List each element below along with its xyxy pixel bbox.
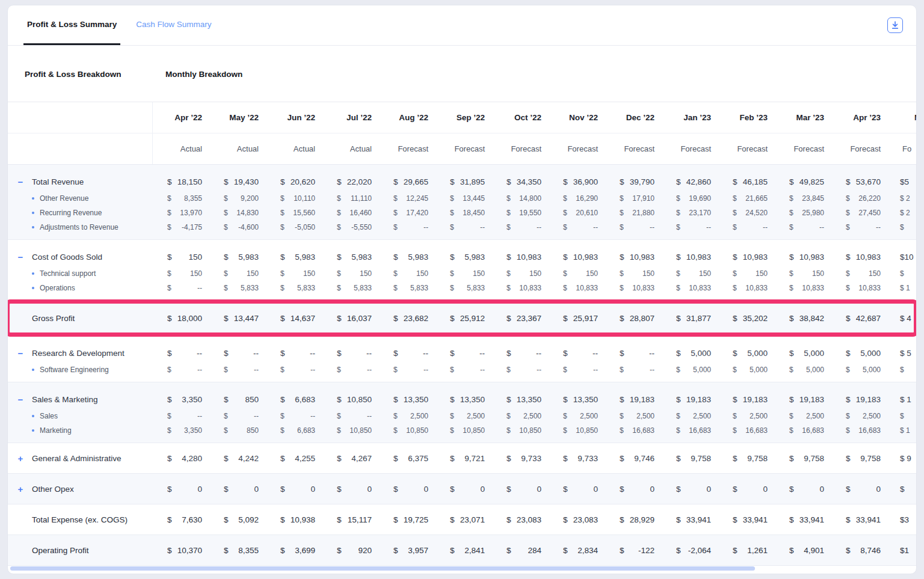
- value-box: $19,550: [507, 209, 541, 217]
- h-scrollbar-thumb[interactable]: [10, 566, 755, 571]
- value-box: $--: [563, 223, 598, 231]
- tab-cash-flow-summary[interactable]: Cash Flow Summary: [132, 5, 215, 45]
- value-number: 5,000: [691, 349, 711, 358]
- value-cell: $10,850: [379, 426, 436, 435]
- value-box: $8,355: [167, 194, 202, 203]
- value-number: 26,220: [858, 194, 881, 203]
- currency-symbol: $: [337, 546, 342, 555]
- row-label-cell: −Sales & Marketing: [8, 395, 153, 404]
- value-box: $10,983: [846, 253, 881, 262]
- value-box: $0: [280, 485, 315, 494]
- currency-symbol: $: [563, 454, 568, 463]
- value-box: $--: [450, 349, 485, 358]
- value-number: 16,683: [802, 426, 824, 435]
- value-box: $--: [224, 412, 259, 420]
- currency-symbol: $: [393, 209, 398, 217]
- currency-symbol: $: [846, 177, 851, 186]
- value-cell: $9,721: [436, 454, 492, 463]
- value-cell: $5,983: [436, 253, 492, 262]
- currency-symbol: $: [846, 426, 850, 435]
- value-number: 0: [819, 485, 824, 494]
- value-box: $23,682: [393, 314, 428, 323]
- currency-symbol: $: [733, 253, 738, 262]
- value-cell: $0: [492, 485, 549, 494]
- value-box: $33,941: [846, 515, 881, 524]
- value-cell: $18,150: [153, 177, 209, 186]
- value-cell: $35,202: [718, 314, 775, 323]
- collapse-icon[interactable]: −: [16, 253, 25, 262]
- value-cell: $-2,064: [662, 546, 718, 555]
- download-button[interactable]: [887, 17, 903, 33]
- tab-profit-loss-summary[interactable]: Profit & Loss Summary: [23, 5, 120, 45]
- value-number: 23,170: [689, 209, 711, 217]
- value-number: 25,917: [573, 314, 598, 323]
- value-box: $9,721: [450, 454, 485, 463]
- month-header-cell-partial: M: [888, 113, 916, 122]
- value-cell: $2,500: [492, 412, 549, 420]
- value-box: $0: [846, 485, 881, 494]
- value-fragment: $ 5: [900, 349, 911, 358]
- value-number: 16,683: [745, 426, 768, 435]
- collapse-icon[interactable]: −: [16, 177, 25, 186]
- value-box: $4,280: [167, 454, 202, 463]
- value-box: $--: [224, 366, 259, 374]
- expand-icon[interactable]: +: [16, 454, 25, 463]
- value-box: $19,183: [676, 395, 711, 404]
- value-cell: $13,445: [436, 194, 492, 203]
- value-box: $--: [393, 349, 428, 358]
- currency-symbol: $: [676, 485, 681, 494]
- value-box: $23,845: [789, 194, 824, 203]
- value-number: 10,850: [576, 426, 598, 435]
- value-cell: $5,000: [662, 349, 718, 358]
- value-box: $-122: [620, 546, 654, 555]
- value-cell: $--: [436, 223, 492, 231]
- value-cell: $10,983: [775, 253, 831, 262]
- value-box: $23,170: [676, 209, 711, 217]
- currency-symbol: $: [450, 223, 454, 231]
- value-box: $4,901: [789, 546, 824, 555]
- value-box: $18,150: [167, 177, 202, 186]
- value-cell: $17,420: [379, 209, 436, 217]
- value-cell: $150: [322, 269, 379, 278]
- value-number: 14,637: [291, 314, 315, 323]
- h-scrollbar: [8, 566, 916, 571]
- currency-symbol: $: [450, 269, 454, 278]
- currency-symbol: $: [676, 253, 681, 262]
- collapse-icon[interactable]: −: [16, 395, 25, 404]
- currency-symbol: $: [733, 177, 738, 186]
- collapse-icon[interactable]: −: [16, 349, 25, 358]
- value-cell: $13,350: [436, 395, 492, 404]
- currency-symbol: $: [224, 366, 228, 374]
- row-label: Recurring Revenue: [40, 209, 102, 217]
- currency-symbol: $: [393, 314, 398, 323]
- value-number: 4,901: [804, 546, 824, 555]
- value-number: 5,092: [238, 515, 259, 524]
- value-number: 15,560: [293, 209, 315, 217]
- value-box: $28,807: [620, 314, 654, 323]
- value-number: --: [649, 349, 654, 358]
- value-number: 13,970: [180, 209, 202, 217]
- value-number: 13,350: [517, 395, 541, 404]
- value-box: $7,630: [167, 515, 202, 524]
- value-box: $10,983: [789, 253, 824, 262]
- expand-icon[interactable]: +: [16, 485, 25, 494]
- value-cell: $8,355: [209, 546, 266, 555]
- value-cell: $6,683: [266, 426, 322, 435]
- value-box: $23,083: [507, 515, 541, 524]
- currency-symbol: $: [620, 426, 624, 435]
- value-number: --: [424, 223, 428, 231]
- row-label: Operations: [40, 284, 75, 292]
- value-box: $20,620: [280, 177, 315, 186]
- value-number: 6,683: [297, 426, 315, 435]
- value-box: $150: [846, 269, 881, 278]
- value-cell: $23,682: [379, 314, 436, 323]
- value-cell: $--: [379, 366, 436, 374]
- currency-symbol: $: [620, 194, 624, 203]
- value-box: $150: [733, 269, 768, 278]
- value-cell: $--: [831, 223, 888, 231]
- value-box: $850: [224, 426, 259, 435]
- value-number: 8,746: [860, 546, 881, 555]
- value-number: 9,758: [860, 454, 881, 463]
- value-box: $150: [167, 253, 202, 262]
- currency-symbol: $: [337, 349, 342, 358]
